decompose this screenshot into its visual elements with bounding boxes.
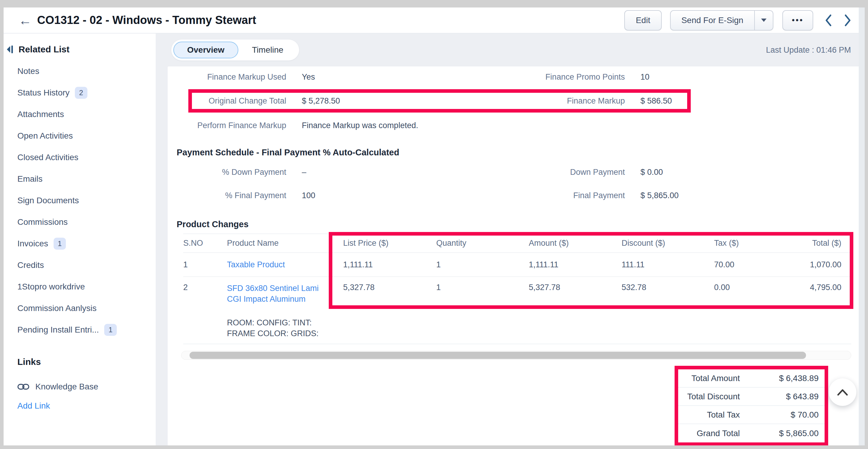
total-row: Grand Total $ 5,865.00 [678, 424, 825, 442]
next-record-button[interactable] [844, 14, 851, 27]
cell-tax: 70.00 [714, 260, 807, 269]
edit-button[interactable]: Edit [624, 10, 661, 31]
product-name-link[interactable]: SFD 36x80 Sentinel Lami CGI Impact Alumi… [227, 283, 329, 304]
link-icon [18, 383, 29, 390]
chevron-down-icon [761, 19, 767, 22]
tabs-row: Overview Timeline Last Update : 01:46 PM [168, 34, 865, 66]
horizontal-scrollbar-thumb[interactable] [189, 352, 806, 359]
product-description-line: ROOM: CONFIG: TINT: [227, 317, 343, 328]
total-row: Total Amount $ 6,438.89 [678, 370, 825, 388]
total-label: Total Tax [678, 410, 740, 420]
field-label: Final Payment [483, 191, 625, 200]
sidebar-item-closed-activities[interactable]: Closed Activities [18, 147, 156, 168]
cell-total: 4,795.00 [807, 283, 851, 292]
top-bar: ← CO1312 - 02 - Windows - Tommy Stewart … [4, 7, 865, 34]
field-value: 10 [641, 72, 865, 82]
sidebar-item-notes[interactable]: Notes [18, 61, 156, 82]
back-button[interactable]: ← [19, 14, 32, 27]
count-badge: 1 [54, 238, 66, 250]
sidebar-item-commission-aanlysis[interactable]: Commission Aanlysis [18, 297, 156, 319]
product-changes-table: S.NO Product Name List Price ($) Quantit… [183, 233, 851, 344]
knowledge-base-link[interactable]: Knowledge Base [18, 382, 156, 391]
field-row-original-change-total: Original Change Total $ 5,278.50 Finance… [192, 96, 687, 106]
field-row-final-payment: % Final Payment 100 Final Payment $ 5,86… [168, 190, 865, 201]
count-badge: 2 [75, 87, 87, 99]
product-name-link[interactable]: Taxable Product [227, 259, 329, 270]
count-badge: 1 [104, 324, 117, 336]
column-header-total: Total ($) [807, 238, 851, 248]
cell-list-price: 5,327.78 [343, 283, 436, 292]
chevron-up-icon [836, 388, 849, 396]
cell-tax: 0.00 [714, 283, 807, 292]
sidebar-item-open-activities[interactable]: Open Activities [18, 125, 156, 147]
field-row-down-payment: % Down Payment – Down Payment $ 0.00 [168, 166, 865, 178]
sidebar-item-status-history[interactable]: Status History2 [18, 82, 156, 103]
cell-quantity: 1 [436, 260, 529, 269]
field-value: 100 [302, 191, 467, 200]
field-label: Finance Promo Points [483, 72, 625, 82]
product-description-line: FRAME COLOR: GRIDS: [227, 328, 343, 339]
table-header-row: S.NO Product Name List Price ($) Quantit… [183, 234, 851, 253]
field-label: Down Payment [483, 168, 625, 177]
table-row: 2 SFD 36x80 Sentinel Lami CGI Impact Alu… [183, 277, 851, 344]
total-value: $ 70.00 [740, 410, 825, 420]
related-list-title: Related List [19, 44, 69, 55]
total-label: Total Amount [678, 374, 740, 383]
field-row-finance-markup: Finance Markup Used Yes Finance Promo Po… [168, 71, 865, 83]
total-label: Total Discount [678, 392, 740, 402]
related-list: Notes Status History2 Attachments Open A… [18, 61, 156, 341]
total-row: Total Tax $ 70.00 [678, 406, 825, 424]
cell-total: 1,070.00 [807, 260, 851, 269]
field-row-perform-finance-markup: Perform Finance Markup Finance Markup wa… [168, 120, 865, 131]
product-description: ROOM: CONFIG: TINT: FRAME COLOR: GRIDS: [227, 317, 343, 339]
sidebar-item-1stopro-workdrive[interactable]: 1Stopro workdrive [18, 276, 156, 297]
arrow-left-icon: ← [19, 13, 32, 28]
collapse-panel-icon[interactable] [6, 45, 14, 54]
body: Related List Notes Status History2 Attac… [4, 34, 865, 445]
field-value: $ 5,865.00 [641, 191, 865, 200]
payment-schedule-heading: Payment Schedule - Final Payment % Auto-… [177, 147, 865, 157]
cell-amount: 5,327.78 [529, 283, 622, 292]
sidebar-item-attachments[interactable]: Attachments [18, 103, 156, 125]
related-list-header: Related List [6, 44, 156, 55]
field-label: Perform Finance Markup [168, 121, 286, 130]
field-value: $ 586.50 [641, 96, 687, 106]
field-value: $ 0.00 [641, 168, 865, 177]
cell-sno: 1 [183, 260, 227, 269]
app-window: ← CO1312 - 02 - Windows - Tommy Stewart … [4, 7, 865, 445]
record-detail-panel: Finance Markup Used Yes Finance Promo Po… [168, 66, 865, 445]
field-value: $ 5,278.50 [302, 96, 467, 106]
column-header-amount: Amount ($) [529, 238, 622, 248]
column-header-sno: S.NO [183, 238, 227, 248]
total-value: $ 6,438.89 [740, 374, 825, 383]
product-changes-heading: Product Changes [177, 219, 865, 229]
totals-summary-box: Total Amount $ 6,438.89 Total Discount $… [675, 366, 828, 445]
tab-overview[interactable]: Overview [173, 42, 238, 58]
send-esign-dropdown-button[interactable] [754, 11, 773, 30]
sidebar-item-commissions[interactable]: Commissions [18, 211, 156, 233]
knowledge-base-label: Knowledge Base [35, 382, 98, 391]
send-esign-button[interactable]: Send For E-Sign [671, 11, 754, 30]
add-link-button[interactable]: Add Link [18, 401, 156, 411]
sidebar-item-invoices[interactable]: Invoices1 [18, 233, 156, 254]
send-esign-split-button: Send For E-Sign [670, 10, 773, 31]
sidebar-item-emails[interactable]: Emails [18, 168, 156, 190]
main-area: Overview Timeline Last Update : 01:46 PM… [168, 34, 865, 445]
cell-discount: 111.11 [622, 260, 714, 269]
field-label: Original Change Total [192, 96, 286, 106]
sidebar-item-pending-install-entries[interactable]: Pending Install Entri...1 [18, 319, 156, 341]
scroll-to-top-button[interactable] [829, 378, 856, 406]
field-value: – [302, 168, 467, 177]
last-update-text: Last Update : 01:46 PM [766, 45, 851, 55]
tab-group: Overview Timeline [171, 39, 299, 61]
sidebar-item-credits[interactable]: Credits [18, 254, 156, 276]
previous-record-button[interactable] [825, 14, 832, 27]
vertical-scrollbar-track[interactable] [859, 7, 865, 445]
more-actions-button[interactable]: ••• [782, 10, 813, 31]
highlight-box-original-change-total: Original Change Total $ 5,278.50 Finance… [188, 89, 691, 113]
cell-sno: 2 [183, 283, 227, 292]
sidebar-item-sign-documents[interactable]: Sign Documents [18, 190, 156, 211]
horizontal-scrollbar-track [181, 351, 851, 360]
total-row: Total Discount $ 643.89 [678, 388, 825, 406]
tab-timeline[interactable]: Timeline [238, 42, 297, 58]
